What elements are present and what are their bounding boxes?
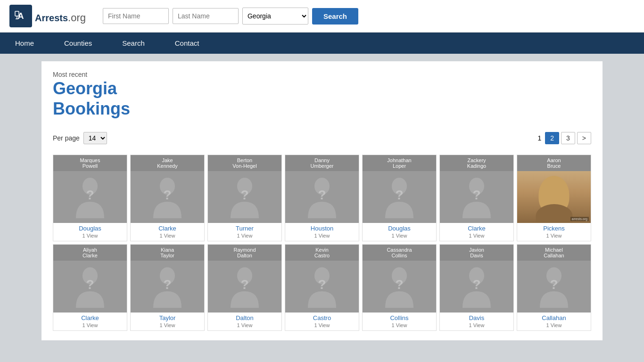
booking-photo-placeholder: ? bbox=[131, 171, 204, 223]
booking-views: 1 View bbox=[363, 322, 436, 330]
booking-county: Clarke bbox=[131, 223, 204, 233]
booking-photo-placeholder: ? bbox=[285, 171, 359, 223]
booking-name: RaymondDalton bbox=[208, 245, 281, 261]
main-nav: Home Counties Search Contact bbox=[0, 33, 644, 54]
main-content: Most recent GeorgiaBookings Per page 14 … bbox=[41, 61, 603, 340]
booking-views: 1 View bbox=[53, 322, 127, 330]
booking-county: Davis bbox=[440, 313, 513, 322]
booking-card[interactable]: JakeKennedy ? Clarke 1 View bbox=[130, 155, 205, 241]
booking-name: JohnathanLoper bbox=[363, 155, 436, 171]
booking-photo-placeholder: ? bbox=[208, 261, 281, 313]
watermark: arrests.org bbox=[570, 217, 589, 221]
booking-name: JakeKennedy bbox=[131, 155, 204, 171]
booking-county: Turner bbox=[208, 223, 281, 233]
booking-card[interactable]: BertonVon-Hegel ? Turner 1 View bbox=[207, 155, 282, 241]
svg-text:?: ? bbox=[550, 277, 558, 292]
booking-card[interactable]: ZackeryKadingo ? Clarke 1 View bbox=[439, 155, 514, 241]
booking-views: 1 View bbox=[285, 322, 359, 330]
svg-text:?: ? bbox=[86, 277, 94, 292]
booking-photo-placeholder: ? bbox=[131, 261, 204, 313]
booking-photo-placeholder: ? bbox=[285, 261, 359, 313]
booking-name: CassandraCollins bbox=[363, 245, 436, 261]
svg-text:?: ? bbox=[240, 277, 248, 292]
header-search-button[interactable]: Search bbox=[312, 8, 358, 25]
booking-views: 1 View bbox=[440, 322, 513, 330]
per-page-area: Per page 14 28 50 bbox=[53, 132, 107, 144]
per-page-label: Per page bbox=[53, 134, 80, 142]
booking-county: Douglas bbox=[363, 223, 436, 233]
nav-home[interactable]: Home bbox=[0, 33, 49, 54]
page-title: GeorgiaBookings bbox=[53, 78, 591, 119]
page-next-button[interactable]: > bbox=[577, 132, 591, 144]
booking-county: Dalton bbox=[208, 313, 281, 322]
booking-card[interactable]: KianaTaylor ? Taylor 1 View bbox=[130, 244, 205, 331]
nav-counties[interactable]: Counties bbox=[49, 33, 107, 54]
booking-county: Taylor bbox=[131, 313, 204, 322]
booking-views: 1 View bbox=[517, 322, 591, 330]
booking-county: Douglas bbox=[53, 223, 127, 233]
page-3-button[interactable]: 3 bbox=[561, 132, 575, 144]
booking-photo-placeholder: ? bbox=[208, 171, 281, 223]
booking-photo-placeholder: ? bbox=[53, 171, 127, 223]
booking-name: JavionDavis bbox=[440, 245, 513, 261]
svg-text:?: ? bbox=[318, 188, 326, 202]
booking-name: DannyUmberger bbox=[285, 155, 359, 171]
most-recent-label: Most recent bbox=[53, 71, 591, 78]
page-2-button[interactable]: 2 bbox=[545, 132, 559, 144]
booking-county: Castro bbox=[285, 313, 359, 322]
booking-card[interactable]: RaymondDalton ? Dalton 1 View bbox=[207, 244, 282, 331]
booking-card[interactable]: MichaelCallahan ? Callahan 1 View bbox=[517, 244, 591, 331]
booking-card[interactable]: AaronBruce arrests.org Pickens 1 View bbox=[517, 155, 591, 241]
booking-views: 1 View bbox=[517, 233, 591, 241]
booking-views: 1 View bbox=[440, 233, 513, 241]
booking-views: 1 View bbox=[131, 233, 204, 241]
booking-card[interactable]: KevinCastro ? Castro 1 View bbox=[285, 244, 359, 331]
booking-card[interactable]: JohnathanLoper ? Douglas 1 View bbox=[362, 155, 437, 241]
booking-photo-placeholder: ? bbox=[363, 171, 436, 223]
svg-text:?: ? bbox=[472, 277, 480, 292]
booking-photo-placeholder: ? bbox=[517, 261, 591, 313]
booking-name: KianaTaylor bbox=[131, 245, 204, 261]
booking-views: 1 View bbox=[131, 322, 204, 330]
booking-card[interactable]: CassandraCollins ? Collins 1 View bbox=[362, 244, 437, 331]
booking-photo-placeholder: ? bbox=[440, 171, 513, 223]
booking-name: KevinCastro bbox=[285, 245, 359, 261]
booking-name: MichaelCallahan bbox=[517, 245, 591, 261]
svg-text:?: ? bbox=[163, 188, 171, 202]
page-header: Most recent GeorgiaBookings bbox=[53, 71, 591, 119]
svg-text:?: ? bbox=[86, 188, 94, 202]
logo-link[interactable]: A Arrests.org bbox=[9, 5, 86, 27]
last-name-input[interactable] bbox=[173, 8, 239, 24]
booking-card[interactable]: MarquesPowell ? Douglas 1 View bbox=[53, 155, 127, 241]
svg-text:?: ? bbox=[395, 277, 403, 292]
booking-name: ZackeryKadingo bbox=[440, 155, 513, 171]
first-name-input[interactable] bbox=[103, 8, 169, 24]
booking-views: 1 View bbox=[208, 233, 281, 241]
booking-card[interactable]: DannyUmberger ? Houston 1 View bbox=[285, 155, 359, 241]
page-number-plain: 1 bbox=[537, 134, 541, 142]
nav-contact[interactable]: Contact bbox=[160, 33, 215, 54]
booking-county: Clarke bbox=[440, 223, 513, 233]
booking-name: BertonVon-Hegel bbox=[208, 155, 281, 171]
state-select[interactable]: Georgia Alabama Florida Tennessee bbox=[242, 8, 308, 25]
svg-text:?: ? bbox=[163, 277, 171, 292]
booking-name: MarquesPowell bbox=[53, 155, 127, 171]
controls-row: Per page 14 28 50 1 2 3 > bbox=[53, 128, 591, 148]
booking-card[interactable]: JavionDavis ? Davis 1 View bbox=[439, 244, 514, 331]
booking-name: AaronBruce bbox=[517, 155, 591, 171]
svg-text:?: ? bbox=[318, 277, 326, 292]
pagination: 1 2 3 > bbox=[537, 132, 591, 144]
logo-text: Arrests.org bbox=[35, 8, 86, 25]
svg-text:?: ? bbox=[240, 188, 248, 202]
booking-county: Pickens bbox=[517, 223, 591, 233]
header-search-form: Georgia Alabama Florida Tennessee Search bbox=[103, 8, 358, 25]
per-page-select[interactable]: 14 28 50 bbox=[83, 132, 107, 144]
booking-photo-placeholder: ? bbox=[363, 261, 436, 313]
booking-county: Callahan bbox=[517, 313, 591, 322]
svg-text:?: ? bbox=[395, 188, 403, 202]
booking-views: 1 View bbox=[208, 322, 281, 330]
booking-photo: arrests.org bbox=[517, 171, 591, 223]
booking-card[interactable]: AliyahClarke ? Clarke 1 View bbox=[53, 244, 127, 331]
logo-icon: A bbox=[9, 5, 32, 27]
nav-search[interactable]: Search bbox=[107, 33, 160, 54]
